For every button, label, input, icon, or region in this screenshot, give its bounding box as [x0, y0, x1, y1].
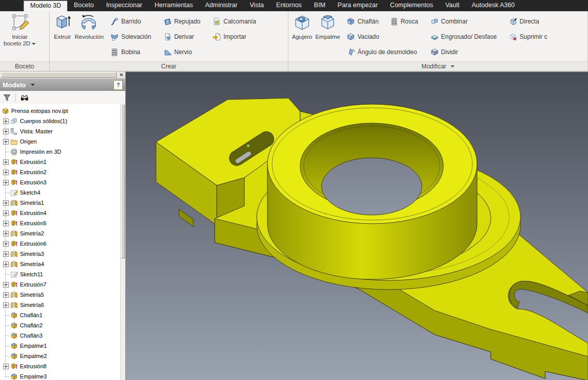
tree-connector: [5, 193, 10, 193]
help-icon[interactable]: ?: [114, 80, 123, 90]
emboss-icon: [164, 17, 172, 26]
tree-item-extrusion6[interactable]: Extrusión6: [0, 239, 121, 249]
tree-item-empalme3[interactable]: Empalme3: [0, 371, 121, 380]
tab-inspeccionar[interactable]: Inspeccionar: [100, 0, 148, 11]
tree-item-label: Impresión en 3D: [20, 149, 61, 155]
tree-item-impresion-en-3d[interactable]: Impresión en 3D: [0, 147, 121, 157]
expand-plus-icon[interactable]: [3, 262, 9, 267]
browser-vscroll-thumb[interactable]: [121, 104, 125, 258]
expand-plus-icon[interactable]: [3, 180, 9, 185]
view-master-icon: [10, 128, 18, 135]
expand-plus-icon[interactable]: [3, 231, 9, 236]
tree-item-sketch4[interactable]: Sketch4: [0, 187, 121, 198]
tree-item-simetria2[interactable]: Simetría2: [0, 228, 121, 239]
tree-item-empalme1[interactable]: Empalme1: [0, 341, 121, 351]
button-directa[interactable]: Directa: [509, 17, 539, 26]
browser-title-dropdown-icon[interactable]: [31, 84, 35, 88]
tab-herramientas[interactable]: Herramientas: [148, 0, 199, 11]
button-bobina[interactable]: Bobina: [110, 48, 140, 56]
tab-para-empezar[interactable]: Para empezar: [331, 0, 384, 11]
button-solevacion[interactable]: Solevación: [110, 33, 151, 41]
expand-plus-icon[interactable]: [3, 302, 9, 308]
tree-item-vista-master[interactable]: Vista: Master: [0, 126, 121, 136]
tree-item-simetria6[interactable]: Simetría6: [0, 300, 121, 310]
tree-item-label: Cuerpos sólidos(1): [20, 118, 67, 124]
button-iniciar-boceto-2d[interactable]: Iniciarboceto 2D: [2, 13, 37, 48]
tree-item-chaflan2[interactable]: Chaflán2: [0, 320, 121, 330]
button-calcomania[interactable]: Calcomanía: [213, 17, 256, 26]
tree-item-extrusion2[interactable]: Extrusión2: [0, 167, 121, 177]
tab-boceto[interactable]: Boceto: [67, 0, 100, 11]
tree-item-simetria1[interactable]: Simetría1: [0, 198, 121, 208]
button-rosca[interactable]: Rosca: [390, 17, 418, 26]
tab-complementos[interactable]: Complementos: [384, 0, 439, 11]
expand-plus-icon[interactable]: [3, 139, 9, 145]
model-canvas[interactable]: [126, 72, 588, 380]
tree-item-prensa-estopas-nov-ipt[interactable]: Prensa estopas nov.ipt: [0, 106, 121, 116]
tree-item-chaflan1[interactable]: Chaflán1: [0, 310, 121, 320]
button-vaciado[interactable]: Vaciado: [347, 33, 379, 41]
tab-vista[interactable]: Vista: [244, 0, 270, 11]
tree-item-empalme2[interactable]: Empalme2: [0, 351, 121, 361]
button-nervio[interactable]: Nervio: [164, 48, 192, 56]
button-derivar[interactable]: Derivar: [164, 33, 194, 41]
tree-item-origen[interactable]: Origen: [0, 136, 121, 147]
tree-item-extrusion4[interactable]: Extrusión4: [0, 208, 121, 218]
button-importar[interactable]: Importar: [213, 33, 246, 41]
button-engrosado-desfase[interactable]: Engrosado/ Desfase: [431, 33, 497, 41]
tree-item-simetria3[interactable]: Simetría3: [0, 249, 121, 259]
panel-footer-boceto[interactable]: Boceto: [0, 61, 49, 71]
expand-plus-icon[interactable]: [3, 292, 9, 298]
tab-modelo-3d[interactable]: Modelo 3D: [24, 1, 67, 11]
tab-entornos[interactable]: Entornos: [270, 0, 308, 11]
button-angulo-de-desmoldeo[interactable]: Ángulo de desmoldeo: [347, 48, 417, 56]
expand-plus-icon[interactable]: [3, 282, 9, 288]
browser-close-button[interactable]: ✕: [118, 72, 125, 78]
button-chaflan[interactable]: Chaflán: [347, 17, 378, 26]
viewport-3d[interactable]: [126, 72, 588, 380]
tree-item-simetria5[interactable]: Simetría5: [0, 290, 121, 300]
tree-item-simetria4[interactable]: Simetría4: [0, 259, 121, 269]
expand-plus-icon[interactable]: [3, 200, 9, 206]
expand-plus-icon[interactable]: [3, 241, 9, 247]
button-suprimir-c[interactable]: Suprimir c: [509, 33, 547, 41]
button-agujero[interactable]: Agujero: [290, 13, 314, 41]
search-binoculars-icon[interactable]: [20, 94, 29, 101]
expand-plus-icon[interactable]: [3, 364, 9, 369]
panel-footer-crear[interactable]: Crear: [50, 61, 288, 71]
button-revolucion[interactable]: Revolución: [73, 13, 105, 41]
expand-plus-icon[interactable]: [3, 118, 9, 124]
tree-item-cuerpos-solidos-1[interactable]: Cuerpos sólidos(1): [0, 116, 121, 126]
browser-vertical-scrollbar[interactable]: [120, 104, 125, 380]
tree-item-sketch11[interactable]: Sketch11: [0, 269, 121, 279]
tree-item-extrusion7[interactable]: Extrusión7: [0, 279, 121, 290]
expand-plus-icon[interactable]: [3, 251, 9, 257]
inventor-window: { "tabbar": { "tabs": [ {"label": "Model…: [0, 0, 588, 380]
tab-vault[interactable]: Vault: [439, 0, 466, 11]
tab-autodesk-a360[interactable]: Autodesk A360: [466, 0, 521, 11]
expand-plus-icon[interactable]: [3, 210, 9, 216]
panel-footer-modificar[interactable]: Modificar: [288, 61, 587, 71]
tree-item-extrusion8[interactable]: Extrusión8: [0, 361, 121, 371]
tab-bim[interactable]: BIM: [308, 0, 331, 11]
tab-administrar[interactable]: Administrar: [199, 0, 243, 11]
button-repujado[interactable]: Repujado: [164, 17, 200, 26]
expand-plus-icon[interactable]: [3, 159, 9, 165]
tree-item-extrusion1[interactable]: Extrusión1: [0, 157, 121, 167]
button-empalme[interactable]: Empalme: [314, 13, 342, 41]
button-dividir[interactable]: Dividir: [431, 48, 458, 56]
part-through-hole: [322, 158, 422, 215]
filter-icon[interactable]: [3, 94, 11, 101]
thicken-icon: [431, 33, 439, 41]
button-barrido[interactable]: Barrido: [110, 17, 141, 26]
expand-plus-icon[interactable]: [3, 170, 9, 175]
browser-hscroll-thumb[interactable]: [1, 72, 117, 78]
browser-horizontal-scrollbar[interactable]: ✕: [0, 72, 125, 79]
expand-plus-icon[interactable]: [3, 129, 9, 134]
button-extruir[interactable]: Extruir: [52, 13, 73, 41]
tree-item-extrusion5[interactable]: Extrusión5: [0, 218, 121, 228]
tree-item-extrusion3[interactable]: Extrusión3: [0, 177, 121, 187]
expand-plus-icon[interactable]: [3, 221, 9, 226]
button-combinar[interactable]: Combinar: [431, 17, 468, 26]
tree-item-chaflan3[interactable]: Chaflán3: [0, 330, 121, 341]
